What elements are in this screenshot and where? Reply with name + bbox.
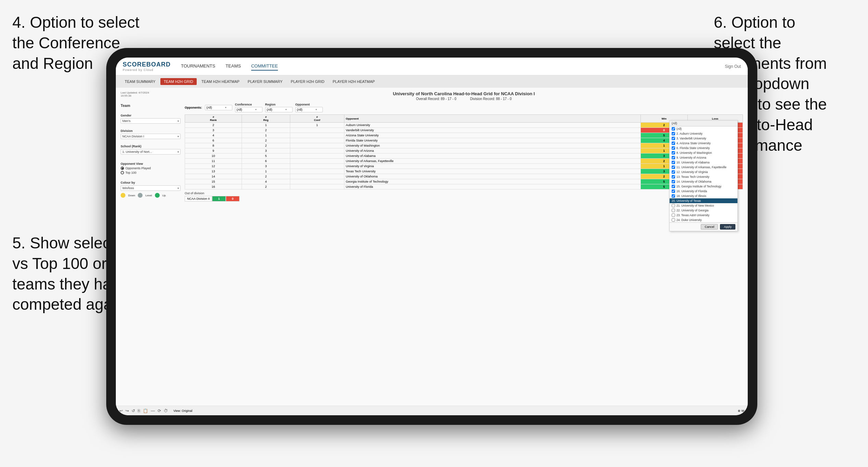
cell-rank: 13: [185, 169, 242, 174]
dropdown-item[interactable]: 2. Auburn University: [670, 131, 737, 136]
dropdown-item[interactable]: 18. University of Illinois: [670, 194, 737, 198]
nav-committee[interactable]: COMMITTEE: [251, 62, 278, 71]
cell-rank: 6: [185, 138, 242, 143]
redo-icon[interactable]: ↪: [125, 408, 129, 413]
school-label: School (Rank): [121, 145, 181, 148]
dropdown-item[interactable]: 6. Florida State University: [670, 146, 737, 150]
tab-player-summary[interactable]: PLAYER SUMMARY: [244, 78, 286, 85]
sign-out[interactable]: Sign Out: [725, 64, 741, 69]
cell-opponent: Texas Tech University: [344, 169, 641, 174]
cell-opponent: University of Oklahoma: [344, 174, 641, 179]
dropdown-checkbox[interactable]: [672, 189, 675, 193]
left-panel: Last Updated: 4/7/2024 16:55:38 Team Gen…: [121, 91, 181, 402]
dropdown-checkbox[interactable]: [672, 180, 675, 183]
opponent-filter-group: Opponent (All): [295, 103, 323, 112]
gender-section: Gender Men's: [121, 114, 181, 124]
cell-conf: [290, 133, 344, 138]
apply-button[interactable]: Apply: [720, 224, 735, 230]
dropdown-item[interactable]: 24. Duke University: [670, 218, 737, 222]
school-dropdown[interactable]: 1. University of Nort...: [121, 149, 181, 155]
undo-icon[interactable]: ↩: [119, 408, 123, 413]
nav-tournaments[interactable]: TOURNAMENTS: [181, 62, 215, 71]
cell-reg: 6: [242, 159, 290, 164]
opponent-filter[interactable]: (All): [295, 107, 323, 112]
dropdown-checkbox[interactable]: [672, 175, 675, 179]
tab-player-h2h-heatmap[interactable]: PLAYER H2H HEATMAP: [329, 78, 378, 85]
dropdown-item[interactable]: 20. University of Texas: [670, 198, 737, 203]
cell-reg: 3: [242, 164, 290, 169]
cell-opponent: Vanderbilt University: [344, 128, 641, 133]
dropdown-checkbox[interactable]: [672, 218, 675, 222]
copy-icon[interactable]: ⎘: [138, 408, 140, 413]
dropdown-checkbox[interactable]: [672, 151, 675, 155]
dropdown-item[interactable]: 15. Georgia Institute of Technology: [670, 184, 737, 189]
dropdown-item[interactable]: 23. Texas A&M University: [670, 213, 737, 218]
dropdown-checkbox[interactable]: [672, 170, 675, 174]
tab-team-summary[interactable]: TEAM SUMMARY: [121, 78, 159, 85]
cell-conf: [290, 179, 344, 184]
colour-section: Colour by Win/loss Down Level Up: [121, 181, 181, 198]
cell-conf: [290, 164, 344, 169]
dropdown-checkbox[interactable]: [672, 127, 675, 131]
cell-rank: 4: [185, 133, 242, 138]
cell-rank: 3: [185, 128, 242, 133]
reset-icon[interactable]: ↺: [132, 408, 135, 413]
radio-opponents-played[interactable]: Opponents Played: [121, 167, 181, 170]
dropdown-checkbox[interactable]: [672, 209, 675, 212]
dropdown-checkbox[interactable]: [672, 185, 675, 188]
dropdown-checkbox[interactable]: [672, 156, 675, 159]
region-filter[interactable]: (All): [265, 107, 293, 112]
opponents-filter[interactable]: (All): [205, 105, 232, 110]
dropdown-item[interactable]: 12. University of Virginia: [670, 170, 737, 174]
cell-reg: 2: [242, 143, 290, 148]
cell-reg: 1: [242, 123, 290, 128]
dropdown-item[interactable]: 22. University of Georgia: [670, 208, 737, 213]
dropdown-checkbox[interactable]: [672, 165, 675, 169]
dropdown-header: (All): [670, 121, 737, 126]
conference-filter[interactable]: (All): [235, 107, 262, 112]
division-dropdown[interactable]: NCAA Division I: [121, 134, 181, 139]
paste-icon[interactable]: 📋: [143, 408, 148, 413]
tab-team-h2h-heatmap[interactable]: TEAM H2H HEATMAP: [198, 78, 243, 85]
dropdown-checkbox[interactable]: [672, 194, 675, 198]
col-conf: #Conf: [290, 115, 344, 123]
dropdown-checkbox[interactable]: [672, 204, 675, 207]
dropdown-list[interactable]: (All)2. Auburn University3. Vanderbilt U…: [670, 126, 737, 222]
dropdown-item[interactable]: 14. University of Oklahoma: [670, 179, 737, 184]
cell-opponent: Auburn University: [344, 123, 641, 128]
dropdown-checkbox[interactable]: [672, 142, 675, 145]
dropdown-item[interactable]: 11. University of Arkansas, Fayetteville: [670, 165, 737, 170]
cell-conf: [290, 153, 344, 159]
dropdown-item[interactable]: 13. Texas Tech University: [670, 174, 737, 179]
dropdown-checkbox[interactable]: [672, 146, 675, 150]
dropdown-checkbox[interactable]: [672, 213, 675, 217]
dropdown-item[interactable]: 8. University of Washington: [670, 150, 737, 155]
dropdown-checkbox[interactable]: [672, 137, 675, 140]
title-section: University of North Carolina Head-to-Hea…: [185, 91, 743, 101]
tab-player-h2h-grid[interactable]: PLAYER H2H GRID: [288, 78, 328, 85]
division-label: Division: [121, 129, 181, 133]
dropdown-item[interactable]: 10. University of Alabama: [670, 160, 737, 165]
gender-dropdown[interactable]: Men's: [121, 118, 181, 124]
dropdown-item[interactable]: 3. Vanderbilt University: [670, 136, 737, 141]
radio-top100[interactable]: Top 100: [121, 171, 181, 174]
region-filter-group: Region (All): [265, 103, 293, 112]
tab-team-h2h-grid[interactable]: TEAM H2H GRID: [160, 78, 197, 85]
dropdown-item[interactable]: 9. University of Arizona: [670, 155, 737, 160]
refresh-icon[interactable]: ⟳: [158, 408, 161, 413]
cell-rank: 2: [185, 123, 242, 128]
cancel-button[interactable]: Cancel: [701, 224, 718, 230]
dropdown-checkbox[interactable]: [672, 161, 675, 164]
main-content: Last Updated: 4/7/2024 16:55:38 Team Gen…: [116, 88, 748, 406]
clock-icon[interactable]: ⏱: [164, 408, 168, 413]
dropdown-item[interactable]: (All): [670, 126, 737, 131]
dash-icon[interactable]: —: [151, 408, 155, 413]
nav-teams[interactable]: TEAMS: [225, 62, 241, 71]
dropdown-item[interactable]: 16. University of Florida: [670, 189, 737, 194]
dropdown-item[interactable]: 4. Arizona State University: [670, 141, 737, 146]
dropdown-checkbox[interactable]: [672, 132, 675, 135]
legend-down: [121, 193, 125, 198]
colour-dropdown[interactable]: Win/loss: [121, 185, 181, 191]
dropdown-item[interactable]: 21. University of New Mexico: [670, 203, 737, 208]
view-original[interactable]: View: Original: [173, 409, 192, 413]
